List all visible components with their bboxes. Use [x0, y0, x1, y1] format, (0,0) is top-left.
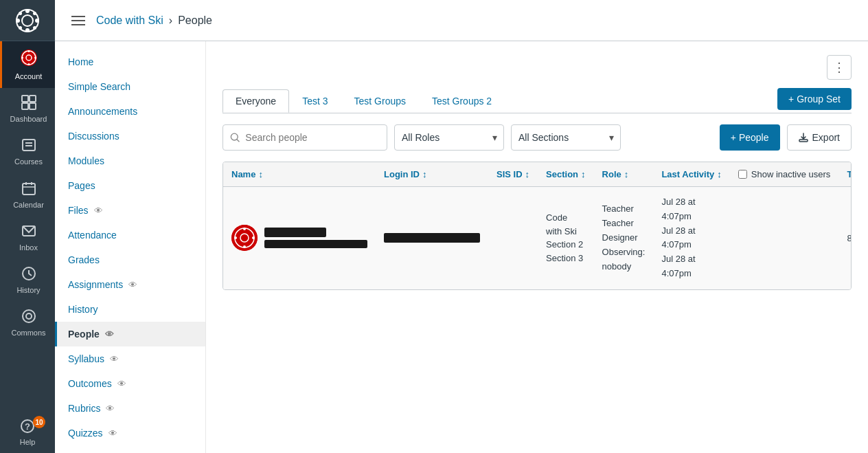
- nav-files-label: Files: [68, 205, 89, 216]
- show-inactive-label: Show inactive users: [738, 169, 831, 179]
- nav-item-rubrics[interactable]: Rubrics 👁: [55, 396, 205, 421]
- sidebar-item-calendar[interactable]: Calendar: [0, 174, 55, 217]
- more-options-button[interactable]: ⋮: [827, 55, 852, 80]
- table-row: Code with SkiSection 2Section 3 TeacherT…: [223, 187, 852, 289]
- col-total-activity-val: Total Activity ↕: [838, 162, 852, 187]
- help-button[interactable]: 10 ? Help: [0, 412, 55, 453]
- syllabus-eye-icon: 👁: [110, 354, 119, 364]
- tab-test-groups[interactable]: Test Groups: [341, 89, 419, 113]
- svg-point-14: [27, 63, 30, 65]
- col-last-activity-label: Last Activity: [661, 169, 714, 179]
- nav-syllabus-label: Syllabus: [68, 353, 104, 364]
- name-sort-btn[interactable]: ↕: [258, 169, 263, 179]
- nav-discussions-label: Discussions: [68, 131, 119, 142]
- show-inactive-checkbox[interactable]: [738, 170, 747, 179]
- nav-item-discussions[interactable]: Discussions: [55, 124, 205, 148]
- calendar-label: Calendar: [13, 201, 44, 210]
- nav-item-announcements[interactable]: Announcements: [55, 99, 205, 124]
- person-cell: [231, 225, 367, 251]
- nav-item-grades[interactable]: Grades: [55, 247, 205, 272]
- nav-item-home[interactable]: Home: [55, 49, 205, 74]
- nav-people-label: People: [68, 329, 100, 340]
- sub-redacted: [264, 240, 367, 248]
- nav-item-pages[interactable]: Pages: [55, 173, 205, 198]
- account-label: Account: [15, 72, 43, 81]
- col-role-label: Role: [602, 169, 621, 179]
- section-value: Code with SkiSection 2Section 3: [546, 211, 585, 265]
- cell-total-activity-spacer: [730, 187, 839, 289]
- nav-item-history[interactable]: History: [55, 297, 205, 322]
- nav-quizzes-label: Quizzes: [68, 428, 103, 439]
- cell-role: TeacherTeacherDesignerObserving: nobody: [594, 187, 654, 289]
- search-input[interactable]: [245, 132, 380, 143]
- svg-point-15: [21, 57, 23, 59]
- breadcrumb-separator: ›: [169, 14, 172, 27]
- show-inactive-text: Show inactive users: [751, 169, 831, 179]
- roles-select[interactable]: All Roles: [394, 124, 504, 151]
- login-sort-btn[interactable]: ↕: [422, 169, 427, 179]
- svg-point-43: [252, 236, 255, 239]
- nav-item-modules[interactable]: Modules: [55, 148, 205, 173]
- commons-label: Commons: [11, 329, 45, 338]
- svg-point-16: [34, 57, 36, 59]
- sections-select[interactable]: All Sections: [511, 124, 621, 151]
- nav-item-outcomes[interactable]: Outcomes 👁: [55, 371, 205, 396]
- svg-point-34: [231, 133, 238, 140]
- group-set-label: + Group Set: [788, 93, 841, 104]
- tab-test3[interactable]: Test 3: [289, 89, 341, 113]
- svg-point-2: [25, 9, 30, 13]
- app-logo[interactable]: [0, 0, 55, 41]
- sidebar-item-courses[interactable]: Courses: [0, 131, 55, 173]
- svg-point-13: [27, 50, 30, 52]
- nav-announcements-label: Announcements: [68, 106, 137, 117]
- svg-rect-19: [22, 103, 28, 109]
- nav-assignments-label: Assignments: [68, 279, 123, 290]
- sidebar-item-history[interactable]: History: [0, 259, 55, 302]
- nav-item-attendance[interactable]: Attendance: [55, 223, 205, 247]
- export-button[interactable]: Export: [787, 124, 852, 151]
- people-table-container: Name ↕ Login ID ↕: [222, 162, 852, 290]
- sis-sort-btn[interactable]: ↕: [525, 169, 530, 179]
- tab-everyone[interactable]: Everyone: [222, 89, 289, 113]
- avatar: [231, 225, 258, 251]
- quizzes-eye-icon: 👁: [108, 428, 117, 439]
- add-people-button[interactable]: + People: [720, 124, 780, 151]
- sidebar-item-commons[interactable]: Commons: [0, 302, 55, 344]
- breadcrumb-course-link[interactable]: Code with Ski: [96, 14, 163, 27]
- export-label: Export: [812, 132, 840, 143]
- sidebar-item-inbox[interactable]: Inbox: [0, 217, 55, 259]
- col-section-label: Section: [546, 169, 578, 179]
- outcomes-eye-icon: 👁: [117, 379, 126, 389]
- svg-rect-36: [799, 140, 808, 142]
- tabs-row: Everyone Test 3 Test Groups Test Groups …: [222, 88, 852, 113]
- help-badge: 10: [33, 416, 45, 428]
- col-login-id: Login ID ↕: [376, 162, 488, 187]
- nav-item-assignments[interactable]: Assignments 👁: [55, 272, 205, 297]
- last-activity-sort-btn[interactable]: ↕: [717, 169, 722, 179]
- nav-home-label: Home: [68, 56, 93, 67]
- svg-point-30: [23, 310, 35, 322]
- account-icon: [19, 48, 38, 69]
- nav-attendance-label: Attendance: [68, 230, 117, 241]
- section-sort-btn[interactable]: ↕: [581, 169, 586, 179]
- dashboard-icon: [21, 95, 36, 112]
- nav-item-people[interactable]: People 👁: [55, 322, 205, 346]
- tab-test-groups-2[interactable]: Test Groups 2: [419, 89, 505, 113]
- icon-sidebar: Account Dashboard Courses: [0, 0, 55, 453]
- nav-item-quizzes[interactable]: Quizzes 👁: [55, 421, 205, 445]
- svg-point-41: [243, 245, 246, 248]
- svg-point-4: [16, 19, 20, 23]
- role-sort-btn[interactable]: ↕: [624, 169, 629, 179]
- tab-test3-label: Test 3: [302, 96, 328, 107]
- nav-item-files[interactable]: Files 👁: [55, 198, 205, 223]
- nav-item-simple-search[interactable]: Simple Search: [55, 74, 205, 99]
- tab-everyone-label: Everyone: [236, 96, 276, 107]
- search-box[interactable]: [222, 124, 387, 151]
- menu-button[interactable]: [69, 13, 88, 28]
- nav-item-syllabus[interactable]: Syllabus 👁: [55, 346, 205, 371]
- group-set-button[interactable]: + Group Set: [777, 88, 852, 110]
- assignments-eye-icon: 👁: [128, 280, 137, 290]
- tab-test-groups-2-label: Test Groups 2: [432, 96, 492, 107]
- sidebar-item-dashboard[interactable]: Dashboard: [0, 88, 55, 131]
- sidebar-item-account[interactable]: Account: [0, 41, 55, 88]
